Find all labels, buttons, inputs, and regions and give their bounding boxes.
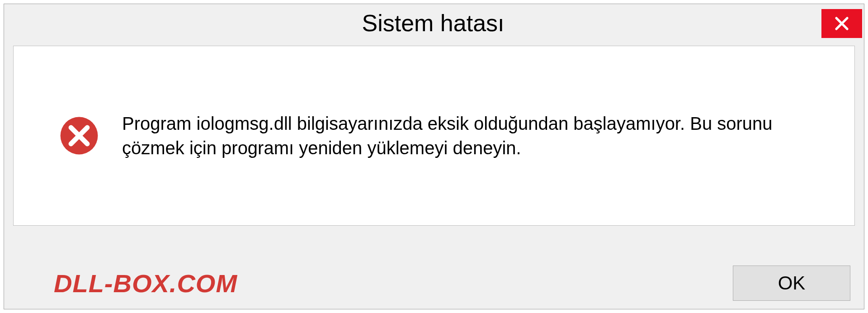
content-area: Program iologmsg.dll bilgisayarınızda ek…	[13, 46, 855, 226]
close-button[interactable]	[821, 9, 862, 38]
error-dialog: Sistem hatası Program iologmsg.dll bilgi…	[4, 4, 864, 309]
error-message: Program iologmsg.dll bilgisayarınızda ek…	[122, 111, 827, 160]
watermark-text: DLL-BOX.COM	[54, 269, 237, 298]
error-icon	[59, 115, 99, 156]
dialog-title: Sistem hatası	[4, 9, 821, 37]
ok-button[interactable]: OK	[733, 266, 850, 301]
dialog-footer: DLL-BOX.COM OK	[4, 266, 864, 301]
titlebar: Sistem hatası	[4, 4, 864, 42]
close-icon	[834, 15, 850, 32]
